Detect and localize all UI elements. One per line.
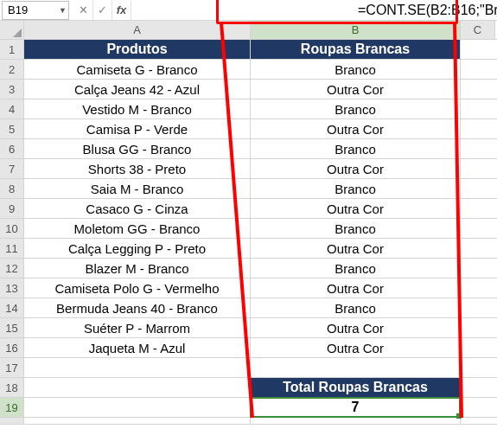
cell-produto[interactable]: Camiseta Polo G - Vermelho [24,278,251,298]
spreadsheet-grid: A B C 1 Produtos Roupas Brancas 2 Camise… [0,21,497,425]
table-row: 18 Total Roupas Brancas [0,378,497,398]
name-box-value: B19 [8,3,28,16]
table-row: 4 Vestido M - Branco Branco [0,99,497,119]
empty-cell[interactable] [24,358,251,377]
table-row [0,418,497,425]
row-header[interactable]: 19 [0,398,24,417]
table-row: 16 Jaqueta M - Azul Outra Cor [0,338,497,358]
select-all-corner[interactable] [0,21,24,39]
row-header[interactable]: 5 [0,119,24,138]
name-box[interactable]: B19 ▼ [2,1,69,20]
cell-cor[interactable]: Branco [251,259,461,278]
empty-cell[interactable] [24,418,251,424]
column-header-row: A B C [0,21,497,40]
table-row: 9 Casaco G - Cinza Outra Cor [0,199,497,219]
cell-cor[interactable]: Branco [251,60,461,79]
table-row: 19 7 [0,398,497,418]
cell-produto[interactable]: Camiseta G - Branco [24,60,251,79]
row-header[interactable]: 14 [0,298,24,317]
row-header[interactable]: 4 [0,99,24,118]
result-cell[interactable]: 7 [251,398,461,417]
cell-cor[interactable]: Outra Cor [251,239,461,258]
formula-bar: B19 ▼ ✕ ✓ fx =CONT.SE(B2:B16;"Branco") [0,0,497,21]
chevron-down-icon[interactable]: ▼ [59,6,67,15]
table-row: 3 Calça Jeans 42 - Azul Outra Cor [0,80,497,99]
row-header[interactable]: 17 [0,358,24,377]
table-row: 12 Blazer M - Branco Branco [0,259,497,278]
table-row: 2 Camiseta G - Branco Branco [0,60,497,80]
formula-text: =CONT.SE(B2:B16;"Branco") [358,3,497,18]
table-row: 11 Calça Legging P - Preto Outra Cor [0,239,497,259]
cell-cor[interactable]: Outra Cor [251,199,461,218]
cell-produto[interactable]: Vestido M - Branco [24,99,251,118]
cell-cor[interactable]: Outra Cor [251,119,461,138]
cancel-formula-button[interactable]: ✕ [74,1,93,20]
cell-produto[interactable]: Calça Jeans 42 - Azul [24,80,251,99]
table-row: 13 Camiseta Polo G - Vermelho Outra Cor [0,278,497,298]
cell-cor[interactable]: Branco [251,99,461,118]
column-header-B[interactable]: B [251,21,461,39]
row-header[interactable]: 13 [0,278,24,298]
cell-produto[interactable]: Suéter P - Marrom [24,318,251,337]
cell-cor[interactable]: Branco [251,139,461,158]
cell-cor[interactable]: Branco [251,219,461,238]
cell-cor[interactable]: Outra Cor [251,318,461,337]
cell-produto[interactable]: Blusa GG - Branco [24,139,251,158]
table-row: 15 Suéter P - Marrom Outra Cor [0,318,497,338]
table-row: 10 Moletom GG - Branco Branco [0,219,497,239]
column-header-A[interactable]: A [24,21,251,39]
cell-produto[interactable]: Saia M - Branco [24,179,251,198]
row-header[interactable]: 3 [0,80,24,99]
header-roupas-brancas[interactable]: Roupas Brancas [251,40,461,59]
cell-cor[interactable]: Outra Cor [251,278,461,298]
result-value: 7 [352,400,360,415]
table-row: 5 Camisa P - Verde Outra Cor [0,119,497,139]
empty-cell[interactable] [24,378,251,397]
row-header[interactable]: 6 [0,139,24,158]
row-header[interactable]: 9 [0,199,24,218]
table-row: 8 Saia M - Branco Branco [0,179,497,199]
cell-cor[interactable]: Branco [251,298,461,317]
empty-cell[interactable] [24,398,251,417]
row-header[interactable]: 8 [0,179,24,198]
accept-formula-button[interactable]: ✓ [93,1,112,20]
header-produtos[interactable]: Produtos [24,40,251,59]
cell-produto[interactable]: Casaco G - Cinza [24,199,251,218]
cell-produto[interactable]: Blazer M - Branco [24,259,251,278]
table-row: 14 Bermuda Jeans 40 - Branco Branco [0,298,497,318]
row-header[interactable]: 16 [0,338,24,357]
cell-produto[interactable]: Camisa P - Verde [24,119,251,138]
cell-produto[interactable]: Bermuda Jeans 40 - Branco [24,298,251,317]
row-header[interactable]: 12 [0,259,24,278]
row-header[interactable] [0,418,24,424]
cell-produto[interactable]: Moletom GG - Branco [24,219,251,238]
row-header[interactable]: 10 [0,219,24,238]
formula-input[interactable]: =CONT.SE(B2:B16;"Branco") [131,1,497,20]
row-header[interactable]: 2 [0,60,24,79]
row-header[interactable]: 7 [0,159,24,178]
cell-produto[interactable]: Jaqueta M - Azul [24,338,251,357]
row-header[interactable]: 11 [0,239,24,258]
table-row: 7 Shorts 38 - Preto Outra Cor [0,159,497,179]
table-row: 17 [0,358,497,378]
cell-cor[interactable]: Outra Cor [251,159,461,178]
row-header[interactable]: 15 [0,318,24,337]
cell-cor[interactable]: Outra Cor [251,80,461,99]
cell-produto[interactable]: Shorts 38 - Preto [24,159,251,178]
row-header[interactable]: 18 [0,378,24,397]
empty-cell[interactable] [251,418,461,424]
cell-cor[interactable]: Branco [251,179,461,198]
row-header[interactable]: 1 [0,40,24,59]
empty-cell[interactable] [251,358,461,377]
total-label[interactable]: Total Roupas Brancas [251,378,461,397]
table-row: 6 Blusa GG - Branco Branco [0,139,497,159]
table-row: 1 Produtos Roupas Brancas [0,40,497,60]
column-header-C[interactable]: C [461,21,495,39]
cell-produto[interactable]: Calça Legging P - Preto [24,239,251,258]
cell-cor[interactable]: Outra Cor [251,338,461,357]
fx-button[interactable]: fx [112,1,131,20]
